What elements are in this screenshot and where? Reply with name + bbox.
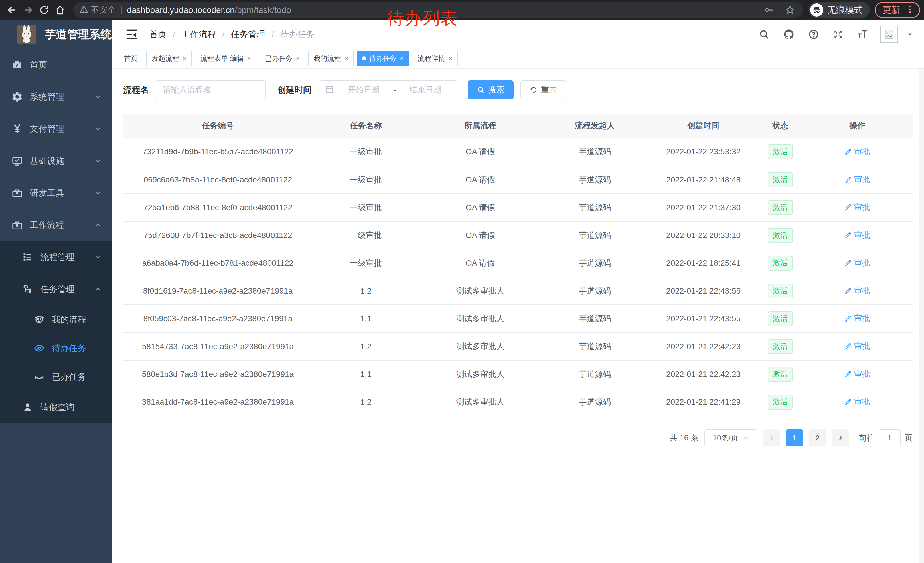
sidebar-item-label: 已办任务 <box>52 371 86 383</box>
view-tag[interactable]: 流程表单-编辑 × <box>195 51 256 66</box>
range-separator: - <box>393 86 396 95</box>
view-tag[interactable]: 待办任务 × <box>357 51 409 66</box>
avatar[interactable] <box>880 26 898 43</box>
action-cell: 审批 <box>802 194 912 221</box>
process-cell: OA 请假 <box>419 249 541 277</box>
table-row: 75d72608-7b7f-11ec-a3c8-acde48001122 一级审… <box>123 221 912 249</box>
sidebar-collapse-icon[interactable] <box>123 26 140 43</box>
approve-button[interactable]: 审批 <box>844 285 870 296</box>
close-icon[interactable]: × <box>248 55 251 62</box>
view-tag[interactable]: 发起流程 × <box>146 51 192 66</box>
approve-button[interactable]: 审批 <box>844 174 870 185</box>
close-icon[interactable]: × <box>296 55 300 62</box>
start-date-placeholder[interactable]: 开始日期 <box>338 84 389 95</box>
page-scrollbar[interactable] <box>920 20 924 563</box>
sidebar-item-workflow[interactable]: 工作流程 <box>0 209 112 241</box>
sidebar-item-done-task[interactable]: 已办任务 <box>0 363 112 391</box>
goto-page-input[interactable] <box>879 429 900 446</box>
breadcrumb-item[interactable]: 工作流程 <box>182 29 216 41</box>
bookmark-star-icon[interactable] <box>783 3 797 17</box>
date-range-picker[interactable]: 开始日期 - 结束日期 <box>319 81 458 99</box>
process-cell: OA 请假 <box>419 166 541 194</box>
view-tag[interactable]: 首页 <box>118 51 143 66</box>
search-button-icon <box>477 86 485 94</box>
tag-label: 流程详情 <box>418 54 445 63</box>
avatar-caret-icon[interactable] <box>906 31 914 38</box>
status-cell: 激活 <box>759 305 802 332</box>
close-icon[interactable]: × <box>183 55 186 62</box>
update-label[interactable]: 更新 <box>882 4 900 16</box>
toolbox-icon <box>11 187 24 199</box>
table-row: 381aa1dd-7ac8-11ec-a9e2-a2380e71991a 1.2… <box>123 388 912 416</box>
table-header-row: 任务编号 任务名称 所属流程 流程发起人 创建时间 状态 操作 <box>123 114 912 138</box>
reset-icon <box>530 86 538 94</box>
action-cell: 审批 <box>802 332 912 360</box>
next-page-button[interactable] <box>832 429 849 446</box>
approve-button[interactable]: 审批 <box>844 257 870 268</box>
browser-home-button[interactable] <box>52 2 68 18</box>
user-icon <box>21 401 34 413</box>
view-tag[interactable]: 我的流程 × <box>308 51 354 66</box>
sidebar-item-leave-query[interactable]: 请假查询 <box>0 391 112 423</box>
close-icon[interactable]: × <box>400 55 404 62</box>
sidebar-item-process-mgmt[interactable]: 流程管理 <box>0 241 112 273</box>
sidebar-item-home[interactable]: 首页 <box>0 49 112 81</box>
font-size-icon[interactable] <box>856 27 870 41</box>
page-size-select[interactable]: 10条/页 <box>705 429 758 446</box>
prev-page-button[interactable] <box>763 429 780 446</box>
reset-button[interactable]: 重置 <box>520 81 566 99</box>
sidebar-item-infra[interactable]: 基础设施 <box>0 145 112 177</box>
pagination-total: 共 16 条 <box>669 432 699 443</box>
approve-button[interactable]: 审批 <box>844 313 870 324</box>
view-tag[interactable]: 流程详情 × <box>412 51 458 66</box>
security-label[interactable]: 不安全 <box>91 4 116 16</box>
sidebar-item-payment[interactable]: 支付管理 <box>0 113 112 145</box>
tag-label: 已办任务 <box>265 54 292 63</box>
task-id-cell: 725a1eb6-7b88-11ec-8ef0-acde48001122 <box>123 194 313 221</box>
approve-button[interactable]: 审批 <box>844 369 870 380</box>
approve-button[interactable]: 审批 <box>844 146 870 157</box>
edit-pen-icon <box>844 342 852 350</box>
browser-update-button[interactable]: 更新 <box>875 2 920 18</box>
search-button[interactable]: 搜索 <box>468 81 513 99</box>
action-cell: 审批 <box>802 221 912 249</box>
fullscreen-icon[interactable] <box>831 27 845 41</box>
browser-reload-button[interactable] <box>36 2 52 18</box>
status-cell: 激活 <box>759 138 802 166</box>
sidebar-item-devtools[interactable]: 研发工具 <box>0 177 112 209</box>
browser-forward-button[interactable] <box>20 2 36 18</box>
sidebar-item-task-mgmt[interactable]: 任务管理 <box>0 273 112 305</box>
approve-button[interactable]: 审批 <box>844 341 870 352</box>
github-icon[interactable] <box>782 27 796 41</box>
approve-button[interactable]: 审批 <box>844 230 870 240</box>
task-id-cell: 73211d9d-7b9b-11ec-b5b7-acde48001122 <box>123 138 313 166</box>
sidebar-item-my-process[interactable]: 我的流程 <box>0 305 112 334</box>
page-button-1[interactable]: 1 <box>786 429 803 446</box>
view-tag[interactable]: 已办任务 × <box>260 51 305 66</box>
process-name-input[interactable] <box>163 86 258 95</box>
status-cell: 激活 <box>759 388 802 416</box>
close-icon[interactable]: × <box>448 55 452 62</box>
end-date-placeholder[interactable]: 结束日期 <box>400 84 451 95</box>
password-key-icon[interactable] <box>762 3 776 17</box>
search-icon[interactable] <box>758 27 771 41</box>
sidebar-item-todo-task[interactable]: 待办任务 <box>0 334 112 363</box>
chevron-right-icon <box>837 434 844 441</box>
process-cell: 测试多审批人 <box>419 305 541 332</box>
edit-pen-icon <box>844 148 852 156</box>
breadcrumb-separator: / <box>222 30 224 39</box>
task-id-cell: 75d72608-7b7f-11ec-a3c8-acde48001122 <box>123 221 313 249</box>
help-icon[interactable] <box>807 27 820 41</box>
sidebar-logo[interactable]: 芋道管理系统 <box>0 20 112 49</box>
starter-cell: 芋道源码 <box>542 138 648 166</box>
logo-image <box>17 25 36 44</box>
page-button-2[interactable]: 2 <box>809 429 826 446</box>
sidebar-item-system[interactable]: 系统管理 <box>0 81 112 113</box>
browser-menu-kebab-icon[interactable] <box>906 5 914 15</box>
approve-button[interactable]: 审批 <box>844 202 870 213</box>
breadcrumb-item[interactable]: 首页 <box>149 29 166 41</box>
breadcrumb-item[interactable]: 任务管理 <box>231 29 266 41</box>
browser-back-button[interactable] <box>4 2 20 18</box>
approve-button[interactable]: 审批 <box>844 396 870 407</box>
close-icon[interactable]: × <box>345 55 348 62</box>
